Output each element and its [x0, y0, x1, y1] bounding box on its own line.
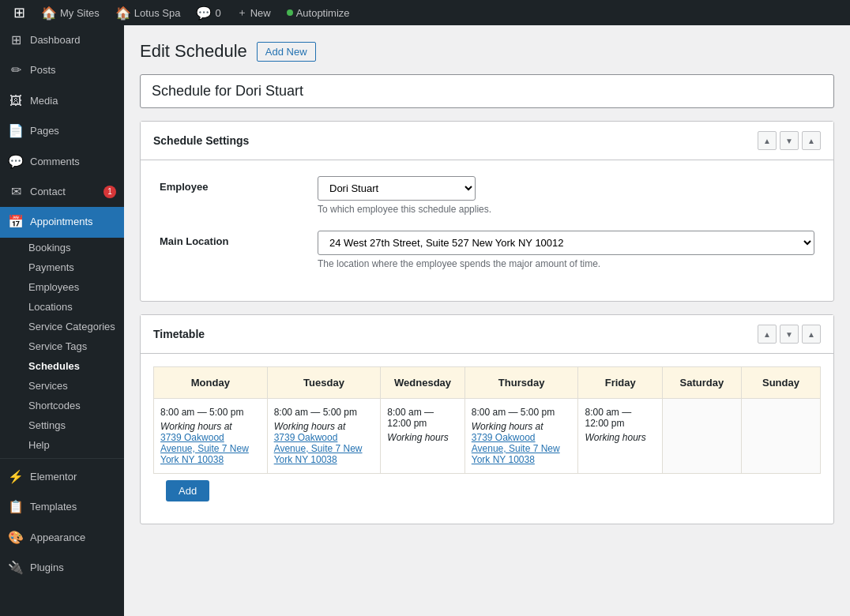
main-location-row: Main Location 24 West 27th Street, Suite…: [160, 231, 814, 269]
cell-saturday: [662, 399, 741, 474]
sidebar-item-comments[interactable]: 💬 Comments: [0, 147, 124, 177]
comments-bar-item[interactable]: 💬 0: [190, 0, 227, 25]
schedule-settings-card: Schedule Settings ▲ ▼ ▲ Employee Dori St…: [140, 121, 834, 302]
main-location-hint: The location where the employee spends t…: [318, 258, 814, 269]
collapse-down-button[interactable]: ▼: [780, 131, 799, 150]
tuesday-time: 8:00 am — 5:00 pm: [274, 407, 374, 418]
main-location-label: Main Location: [160, 231, 318, 247]
timetable-row: 8:00 am — 5:00 pm Working hours at 3739 …: [154, 399, 821, 474]
sidebar-item-elementor[interactable]: ⚡ Elementor: [0, 462, 124, 492]
main-content: Edit Schedule Add New Schedule Settings …: [124, 25, 850, 616]
cell-sunday: [741, 399, 820, 474]
timetable-header: Timetable ▲ ▼ ▲: [141, 315, 833, 354]
sidebar-sub-locations[interactable]: Locations: [0, 297, 124, 317]
schedule-settings-body: Employee Dori Stuart To which employee t…: [141, 160, 833, 301]
cell-tuesday: 8:00 am — 5:00 pm Working hours at 3739 …: [267, 399, 381, 474]
plus-icon: ＋: [237, 6, 247, 20]
timetable-close-button[interactable]: ▲: [802, 325, 821, 344]
sidebar-item-contact[interactable]: ✉ Contact 1: [0, 177, 124, 207]
sidebar-sub-service-tags[interactable]: Service Tags: [0, 336, 124, 356]
thursday-working: Working hours at: [472, 421, 572, 432]
templates-icon: 📋: [8, 498, 24, 516]
tuesday-link[interactable]: 3739 Oakwood Avenue, Suite 7 New York NY…: [274, 432, 363, 465]
timetable-body: Monday Tuesday Wednesday Thursday Friday…: [141, 354, 833, 524]
schedule-name-input[interactable]: [140, 74, 834, 108]
site-icon: 🏠: [115, 6, 131, 21]
home-icon: 🏠: [41, 6, 57, 21]
cell-thursday: 8:00 am — 5:00 pm Working hours at 3739 …: [464, 399, 578, 474]
my-sites-item[interactable]: 🏠 My Sites: [35, 0, 106, 25]
main-location-field: 24 West 27th Street, Suite 527 New York …: [318, 231, 814, 269]
cell-friday: 8:00 am — 12:00 pm Working hours: [578, 399, 662, 474]
add-button[interactable]: Add: [166, 480, 209, 501]
timetable-title: Timetable: [153, 328, 758, 340]
comments-icon: 💬: [8, 153, 24, 171]
timetable-collapse-down-button[interactable]: ▼: [780, 325, 799, 344]
sidebar-sub-schedules[interactable]: Schedules: [0, 356, 124, 376]
schedule-settings-title: Schedule Settings: [153, 134, 758, 147]
cell-monday: 8:00 am — 5:00 pm Working hours at 3739 …: [154, 399, 268, 474]
wednesday-time: 8:00 am — 12:00 pm: [387, 407, 457, 429]
contact-icon: ✉: [8, 183, 24, 201]
collapse-up-button[interactable]: ▲: [758, 131, 777, 150]
timetable-card: Timetable ▲ ▼ ▲ Monday Tuesday Wednesday…: [140, 314, 834, 524]
plugins-icon: 🔌: [8, 559, 24, 577]
cell-wednesday: 8:00 am — 12:00 pm Working hours: [381, 399, 464, 474]
col-tuesday: Tuesday: [267, 367, 381, 399]
schedule-settings-header: Schedule Settings ▲ ▼ ▲: [141, 122, 833, 160]
media-icon: 🖼: [8, 92, 24, 110]
posts-icon: ✏: [8, 62, 24, 79]
sidebar-item-media[interactable]: 🖼 Media: [0, 86, 124, 116]
sidebar-item-appearance[interactable]: 🎨 Appearance: [0, 523, 124, 553]
col-thursday: Thursday: [464, 367, 578, 399]
sidebar: ⊞ Dashboard ✏ Posts 🖼 Media 📄 Pages 💬 Co…: [0, 25, 124, 616]
sidebar-item-posts[interactable]: ✏ Posts: [0, 55, 124, 85]
wednesday-working: Working hours: [387, 432, 457, 443]
contact-badge: 1: [103, 186, 116, 198]
sidebar-item-appointments[interactable]: 📅 Appointments: [0, 207, 124, 237]
sidebar-sub-service-categories[interactable]: Service Categories: [0, 317, 124, 336]
elementor-icon: ⚡: [8, 468, 24, 486]
thursday-time: 8:00 am — 5:00 pm: [472, 407, 572, 418]
sidebar-item-dashboard[interactable]: ⊞ Dashboard: [0, 25, 124, 55]
main-location-select[interactable]: 24 West 27th Street, Suite 527 New York …: [318, 231, 814, 255]
close-section-button[interactable]: ▲: [802, 131, 821, 150]
wp-logo[interactable]: ⊞: [6, 0, 32, 25]
employee-row: Employee Dori Stuart To which employee t…: [160, 176, 814, 215]
sidebar-sub-bookings[interactable]: Bookings: [0, 238, 124, 257]
timetable-section-controls: ▲ ▼ ▲: [758, 325, 821, 344]
friday-time: 8:00 am — 12:00 pm: [585, 407, 655, 429]
sidebar-item-pages[interactable]: 📄 Pages: [0, 116, 124, 146]
sidebar-item-plugins[interactable]: 🔌 Plugins: [0, 553, 124, 583]
appearance-icon: 🎨: [8, 529, 24, 547]
comment-icon: 💬: [196, 6, 212, 21]
sidebar-sub-settings[interactable]: Settings: [0, 415, 124, 435]
section-controls: ▲ ▼ ▲: [758, 131, 821, 150]
tuesday-working: Working hours at: [274, 421, 374, 432]
timetable-table: Monday Tuesday Wednesday Thursday Friday…: [153, 366, 821, 474]
employee-label: Employee: [160, 176, 318, 193]
timetable-collapse-up-button[interactable]: ▲: [758, 325, 777, 344]
autoptimize-item[interactable]: Autoptimize: [280, 0, 356, 25]
lotus-spa-item[interactable]: 🏠 Lotus Spa: [109, 0, 187, 25]
add-new-button[interactable]: Add New: [257, 42, 316, 62]
thursday-link[interactable]: 3739 Oakwood Avenue, Suite 7 New York NY…: [472, 432, 560, 465]
monday-working: Working hours at: [160, 421, 261, 432]
sidebar-sub-help[interactable]: Help: [0, 435, 124, 455]
col-friday: Friday: [578, 367, 662, 399]
monday-time: 8:00 am — 5:00 pm: [160, 407, 261, 418]
monday-link[interactable]: 3739 Oakwood Avenue, Suite 7 New York NY…: [160, 432, 249, 465]
autoptimize-status-icon: [287, 9, 293, 16]
col-wednesday: Wednesday: [381, 367, 464, 399]
new-item[interactable]: ＋ New: [231, 0, 277, 25]
col-saturday: Saturday: [662, 367, 741, 399]
sidebar-divider: [0, 458, 124, 459]
sidebar-item-templates[interactable]: 📋 Templates: [0, 492, 124, 522]
pages-icon: 📄: [8, 122, 24, 140]
sidebar-sub-employees[interactable]: Employees: [0, 277, 124, 297]
sidebar-sub-services[interactable]: Services: [0, 376, 124, 396]
sidebar-sub-payments[interactable]: Payments: [0, 257, 124, 277]
employee-select[interactable]: Dori Stuart: [318, 176, 476, 201]
friday-working: Working hours: [585, 432, 655, 443]
sidebar-sub-shortcodes[interactable]: Shortcodes: [0, 396, 124, 415]
